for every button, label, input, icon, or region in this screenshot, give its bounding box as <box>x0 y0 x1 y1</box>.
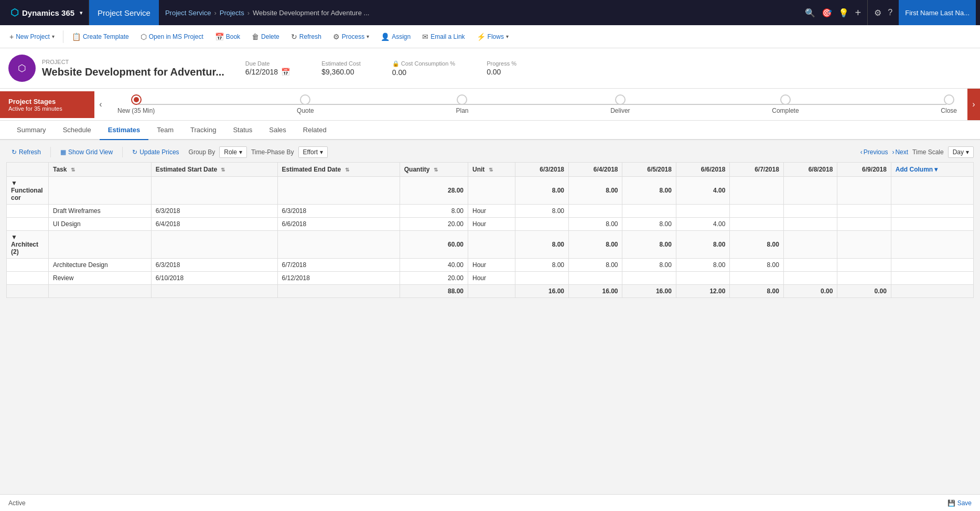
tab-status[interactable]: Status <box>224 121 261 140</box>
flows-dropdown-icon[interactable]: ▾ <box>506 34 509 39</box>
help-icon[interactable]: ? <box>888 8 892 17</box>
stages-nav-left-button[interactable]: ‹ <box>94 89 107 120</box>
settings-icon[interactable]: ⚙ <box>874 8 881 18</box>
functional-quantity: 28.00 <box>400 177 468 205</box>
show-grid-label: Show Grid View <box>68 148 113 156</box>
functional-expand[interactable]: ▼ Functional cor <box>7 177 49 205</box>
col-header-start-date[interactable]: Estimated Start Date ⇅ <box>151 163 277 177</box>
breadcrumb-item-2[interactable]: Projects <box>220 9 244 17</box>
table-header-row: Task ⇅ Estimated Start Date ⇅ Estimated … <box>7 163 974 177</box>
stage-plan[interactable]: Plan <box>456 94 468 114</box>
stage-quote-circle <box>300 94 310 105</box>
ui-design-add <box>891 218 973 231</box>
stage-new[interactable]: New (35 Min) <box>117 94 155 114</box>
time-phase-select[interactable]: Effort ▾ <box>298 146 328 158</box>
process-dropdown-icon[interactable]: ▾ <box>367 34 369 39</box>
total-task <box>49 285 152 298</box>
time-phase-label: Time-Phase By <box>251 148 294 156</box>
update-prices-button[interactable]: ↻ Update Prices <box>127 146 184 158</box>
stage-close[interactable]: Close <box>941 94 957 114</box>
delete-button[interactable]: 🗑 Delete <box>246 29 285 44</box>
functional-6-6: 4.00 <box>676 177 729 205</box>
col-header-add[interactable]: Add Column ▾ <box>891 163 973 177</box>
book-button[interactable]: 📅 Book <box>210 29 245 44</box>
stage-quote[interactable]: Quote <box>297 94 314 114</box>
architect-expand[interactable]: ▼ Architect (2) <box>7 231 49 259</box>
add-icon[interactable]: + <box>855 7 861 19</box>
draft-wireframes-indent <box>7 205 49 218</box>
draft-wireframes-6-5 <box>622 205 676 218</box>
show-grid-view-button[interactable]: ▦ Show Grid View <box>55 146 118 158</box>
new-project-dropdown-icon[interactable]: ▾ <box>52 34 55 39</box>
total-6-8: 0.00 <box>783 285 837 298</box>
time-phase-dropdown-icon: ▾ <box>320 148 323 156</box>
timescale-select[interactable]: Day ▾ <box>948 146 974 158</box>
flows-button[interactable]: ⚡ Flows ▾ <box>471 29 514 44</box>
ui-design-6-6: 4.00 <box>676 218 729 231</box>
review-add <box>891 272 973 285</box>
functional-6-8 <box>783 177 837 205</box>
tab-team[interactable]: Team <box>148 121 182 140</box>
col-header-end-date[interactable]: Estimated End Date ⇅ <box>277 163 400 177</box>
tab-summary[interactable]: Summary <box>8 121 55 140</box>
next-button[interactable]: › Next <box>892 148 908 156</box>
process-button[interactable]: ⚙ Process ▾ <box>328 29 374 44</box>
col-header-quantity[interactable]: Quantity ⇅ <box>400 163 468 177</box>
draft-wireframes-task[interactable]: Draft Wireframes <box>49 205 152 218</box>
lightbulb-icon[interactable]: 💡 <box>838 8 849 18</box>
project-title: Website Development for Adventur... <box>42 66 224 78</box>
arch-design-6-8 <box>783 259 837 272</box>
update-prices-icon: ↻ <box>132 148 137 156</box>
architect-6-8 <box>783 231 837 259</box>
draft-wireframes-6-7 <box>730 205 783 218</box>
top-navigation: ⬡ Dynamics 365 ▾ Project Service Project… <box>0 0 980 25</box>
assign-button[interactable]: 👤 Assign <box>375 29 416 44</box>
tab-related[interactable]: Related <box>295 121 335 140</box>
search-icon[interactable]: 🔍 <box>805 8 815 18</box>
stages-label[interactable]: Project Stages Active for 35 minutes <box>0 91 94 118</box>
email-link-button[interactable]: ✉ Email a Link <box>417 29 470 44</box>
arch-design-task[interactable]: Architecture Design <box>49 259 152 272</box>
stage-complete[interactable]: Complete <box>772 94 799 114</box>
tab-schedule[interactable]: Schedule <box>55 121 100 140</box>
progress-label: Progress % <box>487 60 516 67</box>
group-by-select[interactable]: Role ▾ <box>219 146 247 158</box>
tab-estimates[interactable]: Estimates <box>100 121 148 140</box>
review-start: 6/10/2018 <box>151 272 277 285</box>
total-6-7: 8.00 <box>730 285 783 298</box>
dynamics-title: Dynamics 365 <box>22 8 74 17</box>
stage-new-label: New (35 Min) <box>117 107 155 114</box>
tab-sales[interactable]: Sales <box>261 121 295 140</box>
col-header-unit[interactable]: Unit ⇅ <box>468 163 515 177</box>
refresh-button[interactable]: ↻ Refresh <box>286 29 327 44</box>
refresh-label: Refresh <box>299 33 321 40</box>
arch-design-6-6: 8.00 <box>676 259 729 272</box>
stages-nav-right-button[interactable]: › <box>967 89 980 120</box>
arch-design-add <box>891 259 973 272</box>
calendar-icon[interactable]: 📅 <box>281 68 290 76</box>
ui-design-start: 6/4/2018 <box>151 218 277 231</box>
grid-icon: ▦ <box>60 148 66 156</box>
arch-design-6-5: 8.00 <box>622 259 676 272</box>
estimates-refresh-button[interactable]: ↻ Refresh <box>6 146 46 158</box>
arch-design-6-7: 8.00 <box>730 259 783 272</box>
new-project-button[interactable]: + New Project ▾ <box>4 29 60 44</box>
create-template-button[interactable]: 📋 Create Template <box>67 29 134 44</box>
tab-tracking[interactable]: Tracking <box>182 121 224 140</box>
col-header-task[interactable]: Task ⇅ <box>49 163 152 177</box>
dynamics-logo[interactable]: ⬡ Dynamics 365 ▾ <box>4 0 89 25</box>
ui-design-task[interactable]: UI Design <box>49 218 152 231</box>
user-profile[interactable]: First Name Last Na... <box>899 0 976 25</box>
dynamics-dropdown-icon[interactable]: ▾ <box>80 10 82 16</box>
project-header: ⬡ PROJECT Website Development for Advent… <box>0 48 980 89</box>
architect-quantity: 60.00 <box>400 231 468 259</box>
book-icon: 📅 <box>215 33 224 41</box>
previous-button[interactable]: ‹ Previous <box>860 148 888 156</box>
review-task[interactable]: Review <box>49 272 152 285</box>
target-icon[interactable]: 🎯 <box>822 8 832 18</box>
stage-deliver[interactable]: Deliver <box>610 94 630 114</box>
breadcrumb-item-1[interactable]: Project Service <box>165 9 211 17</box>
open-ms-project-button[interactable]: ⬡ Open in MS Project <box>135 29 209 44</box>
add-column-label[interactable]: Add Column ▾ <box>896 166 938 173</box>
delete-label: Delete <box>261 33 279 40</box>
